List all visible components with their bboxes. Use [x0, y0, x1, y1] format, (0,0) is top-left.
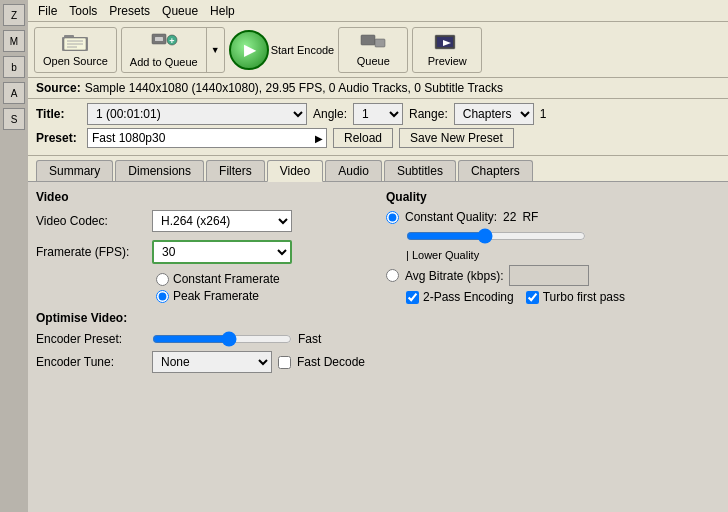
range-num: 1	[540, 107, 547, 121]
open-source-icon	[61, 33, 89, 53]
rf-value: 22	[503, 210, 516, 224]
svg-rect-10	[361, 35, 375, 45]
source-label: Source:	[36, 81, 81, 95]
constant-quality-row: Constant Quality: 22 RF	[386, 210, 720, 224]
preset-label: Preset:	[36, 131, 81, 145]
angle-select[interactable]: 1	[353, 103, 403, 125]
sidebar-icon-4[interactable]: A	[3, 82, 25, 104]
tab-subtitles[interactable]: Subtitles	[384, 160, 456, 181]
framerate-radio-group: Constant Framerate Peak Framerate	[156, 272, 370, 303]
avg-bitrate-radio[interactable]	[386, 269, 399, 282]
add-to-queue-label: Add to Queue	[130, 56, 198, 68]
queue-button[interactable]: Queue	[338, 27, 408, 73]
tab-chapters[interactable]: Chapters	[458, 160, 533, 181]
queue-icon	[359, 33, 387, 53]
encoder-preset-slider[interactable]	[152, 331, 292, 347]
sidebar-icon-2[interactable]: M	[3, 30, 25, 52]
svg-rect-11	[375, 39, 385, 47]
codec-label: Video Codec:	[36, 214, 146, 228]
sidebar-icon-3[interactable]: b	[3, 56, 25, 78]
fps-select[interactable]: Same as source 5 10 12 15 20 23.976 24 2…	[154, 242, 290, 262]
play-icon: ▶	[244, 40, 256, 59]
sidebar-icon-5[interactable]: S	[3, 108, 25, 130]
encoder-tune-row: Encoder Tune: None Film Animation Grain …	[36, 351, 370, 373]
angle-label: Angle:	[313, 107, 347, 121]
open-source-label: Open Source	[43, 55, 108, 67]
peak-framerate-row: Peak Framerate	[156, 289, 370, 303]
preset-select-wrapper: Fast 1080p30 ▶	[87, 128, 327, 148]
open-source-button[interactable]: Open Source	[34, 27, 117, 73]
bitrate-input[interactable]	[509, 265, 589, 286]
source-bar: Source: Sample 1440x1080 (1440x1080), 29…	[28, 78, 728, 99]
add-to-queue-button[interactable]: + Add to Queue ▼	[121, 27, 225, 73]
fast-decode-checkbox[interactable]	[278, 356, 291, 369]
svg-rect-7	[155, 37, 163, 41]
turbo-checkbox[interactable]	[526, 291, 539, 304]
title-select[interactable]: 1 (00:01:01)	[87, 103, 307, 125]
encoder-tune-select[interactable]: None Film Animation Grain Stillimage PSN…	[152, 351, 272, 373]
add-to-queue-icon: +	[150, 32, 178, 54]
tab-summary[interactable]: Summary	[36, 160, 113, 181]
peak-framerate-label: Peak Framerate	[173, 289, 259, 303]
tabs-bar: Summary Dimensions Filters Video Audio S…	[28, 156, 728, 182]
constant-quality-radio[interactable]	[386, 211, 399, 224]
codec-select[interactable]: H.264 (x264)	[152, 210, 292, 232]
encoder-tune-label: Encoder Tune:	[36, 355, 146, 369]
menu-queue[interactable]: Queue	[156, 2, 204, 20]
preset-select[interactable]: Fast 1080p30	[87, 128, 327, 148]
queue-label: Queue	[357, 55, 390, 67]
constant-framerate-radio[interactable]	[156, 273, 169, 286]
right-panel: Quality Constant Quality: 22 RF | Lower …	[386, 190, 720, 504]
tab-filters[interactable]: Filters	[206, 160, 265, 181]
avg-bitrate-row: Avg Bitrate (kbps):	[386, 265, 720, 286]
start-encode-button[interactable]: ▶	[229, 30, 269, 70]
svg-text:+: +	[169, 36, 174, 46]
two-pass-row: 2-Pass Encoding Turbo first pass	[406, 290, 720, 304]
add-to-queue-dropdown[interactable]: ▼	[206, 28, 224, 72]
left-panel: Video Video Codec: H.264 (x264) Framerat…	[36, 190, 370, 504]
tab-dimensions[interactable]: Dimensions	[115, 160, 204, 181]
constant-framerate-label: Constant Framerate	[173, 272, 280, 286]
fps-select-wrapper: Same as source 5 10 12 15 20 23.976 24 2…	[152, 240, 292, 264]
tab-video[interactable]: Video	[267, 160, 323, 182]
content-area: Video Video Codec: H.264 (x264) Framerat…	[28, 182, 728, 512]
encoder-preset-row: Encoder Preset: Fast	[36, 331, 370, 347]
title-label: Title:	[36, 107, 81, 121]
toolbar: Open Source + Add to Queue ▼	[28, 22, 728, 78]
encoder-preset-label: Encoder Preset:	[36, 332, 146, 346]
form-area: Title: 1 (00:01:01) Angle: 1 Range: Chap…	[28, 99, 728, 156]
source-value: Sample 1440x1080 (1440x1080), 29.95 FPS,…	[85, 81, 503, 95]
two-pass-label: 2-Pass Encoding	[423, 290, 514, 304]
sidebar-icon-1[interactable]: Z	[3, 4, 25, 26]
two-pass-checkbox[interactable]	[406, 291, 419, 304]
menu-presets[interactable]: Presets	[103, 2, 156, 20]
menu-help[interactable]: Help	[204, 2, 241, 20]
fps-label: Framerate (FPS):	[36, 245, 146, 259]
preview-label: Preview	[428, 55, 467, 67]
encoding-options: 2-Pass Encoding Turbo first pass	[406, 290, 720, 304]
start-encode-label: Start Encode	[271, 44, 335, 56]
fast-decode-label: Fast Decode	[297, 355, 365, 369]
menu-file[interactable]: File	[32, 2, 63, 20]
constant-quality-label: Constant Quality:	[405, 210, 497, 224]
tab-audio[interactable]: Audio	[325, 160, 382, 181]
optimize-section: Optimise Video: Encoder Preset: Fast Enc…	[36, 311, 370, 373]
constant-framerate-row: Constant Framerate	[156, 272, 370, 286]
avg-bitrate-label: Avg Bitrate (kbps):	[405, 269, 503, 283]
rf-label: RF	[522, 210, 538, 224]
lower-quality-label: | Lower Quality	[406, 249, 720, 261]
range-select[interactable]: Chapters	[454, 103, 534, 125]
reload-button[interactable]: Reload	[333, 128, 393, 148]
quality-section-title: Quality	[386, 190, 720, 204]
video-codec-row: Video Codec: H.264 (x264)	[36, 210, 370, 232]
video-section-title: Video	[36, 190, 370, 204]
quality-slider-container	[386, 228, 720, 247]
menu-tools[interactable]: Tools	[63, 2, 103, 20]
quality-slider[interactable]	[406, 228, 586, 244]
preview-button[interactable]: Preview	[412, 27, 482, 73]
left-sidebar: Z M b A S	[0, 0, 28, 512]
menu-bar: File Tools Presets Queue Help	[28, 0, 728, 22]
fps-row: Framerate (FPS): Same as source 5 10 12 …	[36, 240, 370, 264]
peak-framerate-radio[interactable]	[156, 290, 169, 303]
save-new-preset-button[interactable]: Save New Preset	[399, 128, 514, 148]
